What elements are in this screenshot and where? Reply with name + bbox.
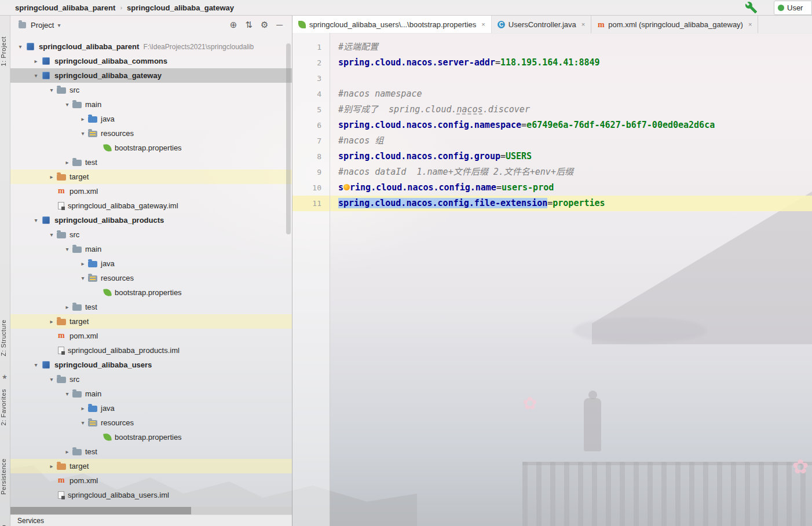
tree-row[interactable]: ▾main [10,97,292,112]
tree-row[interactable]: bootstrap.properties [10,430,292,444]
tree-row[interactable]: ▸test [10,155,292,170]
tree-row[interactable]: pom.xml [10,473,292,488]
chevron-down-icon[interactable]: ▾ [78,420,88,426]
tree-row[interactable]: ▸springcloud_alibaba_commons [10,54,292,68]
chevron-down-icon[interactable]: ▾ [62,246,72,252]
chevron-down-icon[interactable]: ▾ [31,217,41,223]
editor-tab[interactable]: CUsersController.java× [492,16,591,33]
close-icon[interactable]: × [481,21,485,28]
tree-row[interactable]: ▸java [10,401,292,415]
wrench-icon[interactable] [745,1,758,14]
tree-row[interactable]: ▾src [10,372,292,387]
code-line[interactable]: spring.cloud.nacos.config.namespace=e674… [330,117,812,133]
tree-row[interactable]: ▸target [10,459,292,473]
chevron-down-icon[interactable]: ▾ [62,391,72,397]
chevron-down-icon[interactable]: ▾ [31,72,41,79]
code-area[interactable]: #远端配置spring.cloud.nacos.server-addr=118.… [330,33,812,526]
tree-row[interactable]: pom.xml [10,329,292,343]
code-line[interactable] [330,71,812,86]
vertical-scrollbar[interactable] [286,43,291,234]
code-line[interactable]: spring.cloud.nacos.config.file-extension… [330,196,812,211]
tree-row[interactable]: ▾src [10,227,292,242]
code-line[interactable]: #别写成了 spring.cloud.nacos.discover [330,102,812,117]
editor-tab[interactable]: springcloud_alibaba_users\...\bootstrap.… [292,16,492,33]
chevron-right-icon[interactable]: ▸ [31,58,41,64]
project-view-selector[interactable]: Project [31,21,54,30]
tree-row[interactable]: ▾src [10,83,292,97]
code-line[interactable]: #nacos 组 [330,133,812,149]
settings-icon[interactable]: ⚙ [261,20,268,30]
tree-row[interactable]: ▾springcloud_alibaba_gateway [10,68,292,83]
line-number: 2 [292,55,330,71]
tree-row[interactable]: springcloud_alibaba_gateway.iml [10,198,292,213]
breadcrumb-item[interactable]: springcloud_alibaba_gateway [127,3,234,12]
chevron-right-icon[interactable]: ▸ [78,116,88,122]
tree-row[interactable]: ▸test [10,300,292,314]
chevron-down-icon[interactable]: ▾ [78,130,88,137]
tree-row[interactable]: ▾springcloud_alibaba_products [10,213,292,227]
services-toolwindow-button[interactable]: Services [10,514,292,526]
code-line[interactable]: spring.cloud.nacos.server-addr=118.195.1… [330,55,812,71]
chevron-right-icon[interactable]: ▸ [46,318,57,325]
code-line[interactable]: spring.cloud.nacos.config.group=USERS [330,149,812,164]
tree-row[interactable]: bootstrap.properties [10,141,292,155]
tree-row[interactable]: ▾main [10,242,292,256]
hide-icon[interactable]: ─ [276,20,283,30]
editor-tab[interactable]: mpom.xml (springcloud_alibaba_gateway)× [591,16,758,33]
tree-label: pom.xml [70,332,98,340]
chevron-right-icon[interactable]: ▸ [62,159,72,165]
scrollbar-thumb[interactable] [10,507,191,514]
tree-row[interactable]: springcloud_alibaba_users.iml [10,488,292,502]
tree-row[interactable]: ▸java [10,256,292,271]
tree-row[interactable]: ▾resources [10,271,292,285]
tree-row[interactable]: ▾resources [10,415,292,430]
tree-row[interactable]: ▸test [10,444,292,459]
chevron-down-icon[interactable]: ▾ [31,362,41,368]
tree-row[interactable]: ▸java [10,112,292,126]
tree-row[interactable]: springcloud_alibaba_products.iml [10,343,292,358]
toolwindow-button-favorites[interactable]: 2: Favorites [0,389,10,425]
chevron-right-icon[interactable]: ▸ [46,174,57,180]
tree-row[interactable]: ▾springcloud_alibaba_parentF:\IdeaProjec… [10,39,292,54]
collapse-all-icon[interactable]: ⇅ [245,20,253,30]
chevron-right-icon[interactable]: ▸ [78,260,88,267]
chevron-down-icon[interactable]: ▾ [15,43,25,50]
tree-row[interactable]: ▾springcloud_alibaba_users [10,358,292,372]
chevron-down-icon[interactable]: ▾ [62,101,72,108]
toolwindow-button-project[interactable]: 1: Project [0,36,10,66]
code-line[interactable]: #nacos namespace [330,86,812,102]
chevron-down-icon[interactable]: ▾ [78,275,88,281]
toolwindow-button-favorites-star[interactable]: ★ [2,373,10,381]
tree-row[interactable]: ▸target [10,314,292,329]
tree-row[interactable]: pom.xml [10,184,292,198]
tree-row[interactable]: pom.xml [10,502,292,507]
close-icon[interactable]: × [581,21,585,28]
tree-row[interactable]: ▸target [10,170,292,184]
breadcrumb-item[interactable]: springcloud_alibaba_parent [15,3,115,12]
locate-icon[interactable]: ⊕ [230,20,237,30]
code-line[interactable]: #nacos dataId 1.name+文件后缀 2.文件名+env+后缀 [330,164,812,180]
horizontal-scrollbar[interactable] [10,507,292,514]
chevron-down-icon[interactable]: ▾ [46,231,57,238]
chevron-right-icon[interactable]: ▸ [62,304,72,310]
tree-row[interactable]: ▾resources [10,126,292,141]
user-floating-tab[interactable]: User [774,1,812,15]
line-number: 5 [292,102,330,117]
chevron-right-icon[interactable]: ▸ [46,463,57,469]
chevron-down-icon[interactable]: ▾ [46,376,57,382]
close-icon[interactable]: × [748,21,752,28]
code-line[interactable]: #远端配置 [330,39,812,55]
inline-dot-icon [343,184,350,190]
chevron-down-icon[interactable]: ▾ [46,87,57,93]
chevron-right-icon[interactable]: ▸ [62,448,72,455]
toolwindow-button-persistence[interactable]: Persistence [0,458,10,495]
tree-row[interactable]: ▾main [10,387,292,401]
chevron-down-icon[interactable]: ▾ [57,22,60,28]
chevron-right-icon[interactable]: ▸ [78,405,88,411]
code-line[interactable]: sring.cloud.nacos.config.name=users-prod [330,180,812,196]
code-token: spring.cloud.nacos.server-addr [338,57,495,68]
tree-row[interactable]: bootstrap.properties [10,285,292,300]
toolbar-right: User [745,1,812,15]
toolwindow-button-structure[interactable]: Z: Structure [0,319,10,356]
main-toolbar: springcloud_alibaba_parent›springcloud_a… [0,0,812,16]
